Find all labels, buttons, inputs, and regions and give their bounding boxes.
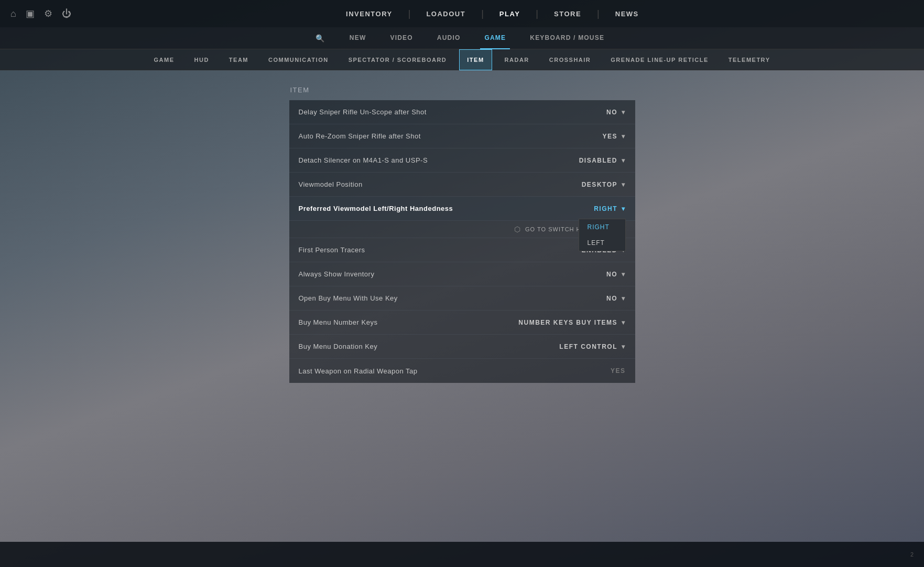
setting-label: First Person Tracers (299, 246, 365, 254)
settings-category-nav: 🔍 NEW VIDEO AUDIO GAME KEYBOARD / MOUSE (0, 27, 924, 49)
subnav-spectator[interactable]: SPECTATOR / SCOREBOARD (341, 49, 454, 70)
subnav-telemetry[interactable]: TELEMETRY (721, 49, 778, 70)
nav-play[interactable]: PLAY (484, 0, 536, 27)
setting-value-viewmodel-position[interactable]: DESKTOP ▾ (582, 181, 626, 188)
setting-delay-sniper: Delay Sniper Rifle Un-Scope after Shot N… (289, 100, 635, 124)
subnav-crosshair[interactable]: CROSSHAIR (542, 49, 599, 70)
top-nav: INVENTORY | LOADOUT | PLAY | STORE | NEW… (71, 0, 914, 27)
setting-detach-silencer: Detach Silencer on M4A1-S and USP-S DISA… (289, 148, 635, 173)
setting-handedness: Preferred Viewmodel Left/Right Handednes… (289, 197, 635, 221)
tab-audio[interactable]: AUDIO (433, 27, 465, 49)
home-icon[interactable]: ⌂ (10, 8, 16, 19)
nav-inventory[interactable]: INVENTORY (330, 0, 408, 27)
setting-value-delay-sniper[interactable]: NO ▾ (606, 109, 626, 116)
chevron-down-icon: ▾ (622, 133, 626, 140)
top-bar-icons: ⌂ ▣ ⚙ ⏻ (10, 8, 71, 19)
setting-value-text: NO (606, 271, 617, 278)
setting-value-text: LEFT CONTROL (559, 343, 617, 350)
setting-last-weapon: Last Weapon on Radial Weapon Tap YES (289, 359, 635, 383)
setting-value-text: DISABLED (579, 157, 617, 164)
nav-store[interactable]: STORE (538, 0, 597, 27)
setting-value-text: RIGHT (594, 205, 617, 212)
setting-label: Buy Menu Donation Key (299, 343, 378, 350)
setting-always-show-inventory: Always Show Inventory NO ▾ (289, 262, 635, 286)
setting-label: Viewmodel Position (299, 180, 363, 188)
search-icon[interactable]: 🔍 (316, 34, 324, 42)
setting-value-detach-silencer[interactable]: DISABLED ▾ (579, 157, 626, 164)
subnav-communication[interactable]: COMMUNICATION (261, 49, 336, 70)
setting-label: Auto Re-Zoom Sniper Rifle after Shot (299, 132, 421, 140)
external-link-icon: ⬡ (514, 225, 521, 233)
setting-value-open-buy-menu[interactable]: NO ▾ (606, 295, 626, 302)
setting-value-text: NO (606, 109, 617, 116)
setting-buy-menu-donation: Buy Menu Donation Key LEFT CONTROL ▾ (289, 335, 635, 359)
chevron-down-icon: ▾ (622, 271, 626, 278)
tab-keyboard-mouse[interactable]: KEYBOARD / MOUSE (526, 27, 608, 49)
subnav-item[interactable]: ITEM (459, 49, 492, 70)
version-text: 2 (910, 551, 914, 558)
chevron-down-icon: ▾ (622, 343, 626, 350)
setting-viewmodel-position: Viewmodel Position DESKTOP ▾ (289, 173, 635, 197)
setting-value-buy-menu-number-keys[interactable]: NUMBER KEYS BUY ITEMS ▾ (518, 319, 625, 326)
subnav-team[interactable]: TEAM (222, 49, 256, 70)
chevron-down-icon: ▾ (622, 181, 626, 188)
nav-news[interactable]: NEWS (600, 0, 655, 27)
setting-label: Last Weapon on Radial Weapon Tap (299, 367, 418, 375)
setting-value-always-show-inventory[interactable]: NO ▾ (606, 271, 626, 278)
setting-label: Open Buy Menu With Use Key (299, 294, 398, 302)
setting-value-text: NUMBER KEYS BUY ITEMS (518, 319, 617, 326)
setting-label: Preferred Viewmodel Left/Right Handednes… (299, 205, 453, 212)
subnav-radar[interactable]: RADAR (497, 49, 537, 70)
setting-label: Detach Silencer on M4A1-S and USP-S (299, 156, 428, 164)
setting-label: Delay Sniper Rifle Un-Scope after Shot (299, 108, 427, 116)
tv-icon[interactable]: ▣ (26, 8, 35, 19)
subnav-grenade[interactable]: GRENADE LINE-UP RETICLE (603, 49, 715, 70)
settings-list: Delay Sniper Rifle Un-Scope after Shot N… (289, 100, 635, 383)
setting-label: Always Show Inventory (299, 270, 375, 278)
setting-open-buy-menu: Open Buy Menu With Use Key NO ▾ (289, 286, 635, 311)
setting-buy-menu-number-keys: Buy Menu Number Keys NUMBER KEYS BUY ITE… (289, 311, 635, 335)
tab-new[interactable]: NEW (345, 27, 371, 49)
dropdown-option-right[interactable]: Right (579, 219, 625, 235)
game-settings-subnav: GAME HUD TEAM COMMUNICATION SPECTATOR / … (0, 49, 924, 70)
setting-value-text: DESKTOP (582, 181, 617, 188)
setting-value-text: NO (606, 295, 617, 302)
handedness-dropdown: Right Left (579, 219, 626, 251)
tab-game[interactable]: GAME (480, 27, 510, 49)
setting-value-auto-rezoom[interactable]: YES ▾ (602, 133, 625, 140)
chevron-down-icon: ▾ (622, 157, 626, 164)
chevron-down-icon: ▾ (622, 295, 626, 302)
content-area: Item Delay Sniper Rifle Un-Scope after S… (279, 70, 646, 399)
bottom-bar: 2 (0, 542, 924, 567)
nav-loadout[interactable]: LOADOUT (410, 0, 481, 27)
setting-value-buy-menu-donation[interactable]: LEFT CONTROL ▾ (559, 343, 625, 350)
chevron-down-icon: ▾ (622, 319, 626, 326)
power-icon[interactable]: ⏻ (62, 8, 71, 19)
setting-value-handedness[interactable]: RIGHT ▾ (594, 205, 625, 212)
chevron-down-icon: ▾ (622, 109, 626, 116)
subnav-game[interactable]: GAME (147, 49, 182, 70)
top-bar: ⌂ ▣ ⚙ ⏻ INVENTORY | LOADOUT | PLAY | STO… (0, 0, 924, 27)
subnav-hud[interactable]: HUD (187, 49, 216, 70)
setting-label: Buy Menu Number Keys (299, 318, 378, 326)
setting-auto-rezoom: Auto Re-Zoom Sniper Rifle after Shot YES… (289, 124, 635, 148)
setting-value-text: YES (602, 133, 617, 140)
gear-icon[interactable]: ⚙ (44, 8, 52, 19)
dropdown-option-left[interactable]: Left (579, 235, 625, 251)
setting-value-last-weapon: YES (611, 367, 626, 375)
section-title: Item (289, 86, 635, 94)
setting-value-text: YES (611, 367, 626, 375)
chevron-down-icon: ▾ (622, 205, 626, 212)
tab-video[interactable]: VIDEO (386, 27, 417, 49)
